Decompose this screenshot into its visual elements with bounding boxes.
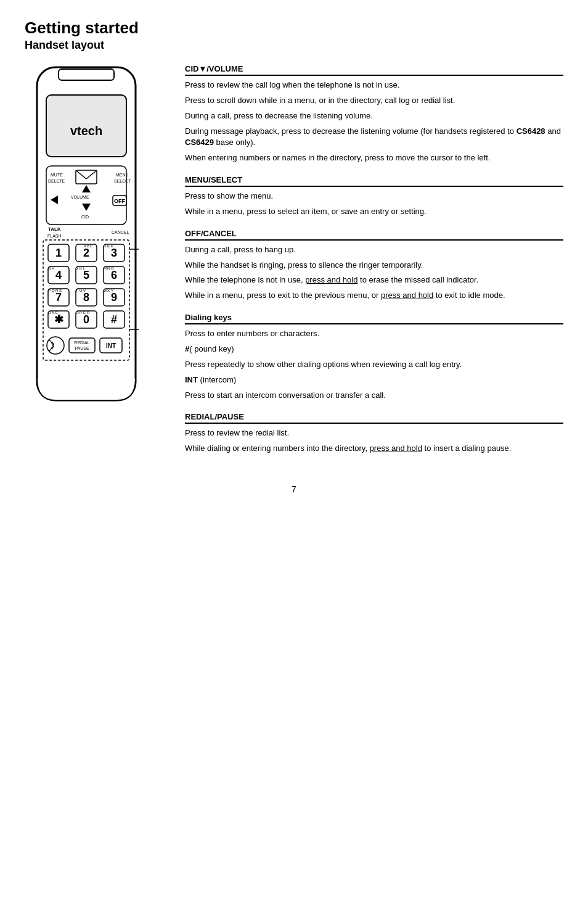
svg-text:4: 4 (55, 269, 62, 281)
svg-rect-1 (59, 69, 114, 80)
svg-text:S: S (59, 289, 62, 292)
svg-text:INT: INT (106, 342, 116, 349)
svg-text:8: 8 (83, 291, 89, 303)
svg-text:G: G (48, 266, 51, 270)
svg-text:MENU: MENU (116, 173, 129, 177)
svg-text:N: N (52, 311, 54, 315)
svg-text:E: E (83, 311, 86, 315)
svg-text:vtech: vtech (70, 124, 102, 138)
svg-text:X: X (107, 289, 110, 292)
svg-text:7: 7 (55, 291, 62, 303)
svg-text:U: U (80, 289, 82, 292)
section-title-menu-select: MENU/SELECT (185, 175, 563, 187)
svg-text:Y: Y (111, 289, 113, 292)
svg-text:TALK: TALK (48, 226, 61, 232)
svg-text:C: C (90, 244, 93, 248)
cid-p4: During message playback, press to decrea… (185, 126, 563, 149)
menu-p2: While in a menu, press to select an item… (185, 206, 563, 218)
svg-text:T: T (76, 289, 78, 292)
cid-p3: During a call, press to decrease the lis… (185, 110, 563, 122)
svg-text:CID: CID (81, 215, 89, 219)
cid-p1: Press to review the call log when the te… (185, 80, 563, 91)
svg-text:M: M (104, 266, 107, 270)
page-number: 7 (25, 484, 563, 494)
svg-text:CANCEL: CANCEL (112, 230, 129, 234)
svg-text:P: P (80, 311, 82, 315)
section-title-cid-volume: CID▼/VOLUME (185, 64, 563, 76)
svg-text:E: E (55, 311, 58, 315)
svg-text:FLASH: FLASH (47, 234, 62, 238)
page-subtitle: Handset layout (25, 39, 563, 52)
svg-text:D: D (104, 244, 107, 248)
svg-text:SELECT: SELECT (114, 179, 131, 183)
svg-text:REDIAL: REDIAL (74, 341, 89, 345)
section-title-dialing-keys: Dialing keys (185, 313, 563, 324)
svg-text:J: J (76, 266, 78, 270)
svg-text:9: 9 (111, 291, 117, 303)
svg-text:VOLUME: VOLUME (71, 195, 89, 199)
page-title: Getting started (25, 19, 563, 38)
dialing-int-label: INT (intercom) (185, 374, 563, 386)
svg-text:PAUSE: PAUSE (75, 346, 89, 350)
dialing-pound-label: #( pound key) (185, 344, 563, 355)
redial-p2: While dialing or entering numbers into t… (185, 443, 563, 455)
off-p2: While the handset is ringing, press to s… (185, 260, 563, 271)
svg-text:O: O (48, 311, 51, 315)
section-title-redial-pause: REDIAL/PAUSE (185, 412, 563, 424)
handset-svg: vtech MUTE DELETE MENU SELECT VOLUME (25, 64, 148, 410)
off-p1: During a call, press to hang up. (185, 244, 563, 256)
svg-text:0: 0 (83, 313, 89, 326)
svg-text:#: # (111, 313, 117, 326)
svg-text:O: O (111, 266, 114, 270)
svg-text:Q: Q (52, 289, 55, 292)
section-dialing-keys: Dialing keys Press to enter numbers or c… (185, 313, 563, 401)
svg-text:1: 1 (55, 247, 62, 259)
svg-text:H: H (52, 266, 54, 270)
dialing-p3: Press to start an intercom conversation … (185, 390, 563, 402)
cid-p2: Press to scroll down while in a menu, or… (185, 95, 563, 107)
svg-text:3: 3 (111, 247, 117, 259)
main-layout: vtech MUTE DELETE MENU SELECT VOLUME (25, 64, 563, 466)
svg-text:5: 5 (83, 269, 89, 281)
dialing-p1: Press to enter numbers or characters. (185, 328, 563, 340)
svg-text:E: E (107, 244, 110, 248)
svg-text:N: N (107, 266, 110, 270)
handset-diagram-col: vtech MUTE DELETE MENU SELECT VOLUME (25, 64, 173, 466)
svg-text:R: R (55, 289, 59, 292)
redial-p1: Press to review the redial list. (185, 427, 563, 439)
section-menu-select: MENU/SELECT Press to show the menu. Whil… (185, 175, 563, 218)
dialing-p2: Press repeatedly to show other dialing o… (185, 359, 563, 371)
menu-p1: Press to show the menu. (185, 191, 563, 202)
svg-text:P: P (48, 289, 51, 292)
svg-text:✱: ✱ (54, 313, 63, 326)
svg-text:B: B (87, 244, 89, 248)
svg-text:O: O (76, 311, 79, 315)
svg-text:A: A (84, 244, 86, 248)
svg-text:2: 2 (83, 247, 89, 259)
section-cid-volume: CID▼/VOLUME Press to review the call log… (185, 64, 563, 164)
section-off-cancel: OFF/CANCEL During a call, press to hang … (185, 229, 563, 302)
svg-text:DELETE: DELETE (48, 179, 65, 183)
cid-p5: When entering numbers or names in the di… (185, 152, 563, 164)
off-p4: While in a menu, press to exit to the pr… (185, 290, 563, 302)
svg-text:6: 6 (111, 269, 117, 281)
section-title-off-cancel: OFF/CANCEL (185, 229, 563, 241)
section-redial-pause: REDIAL/PAUSE Press to review the redial … (185, 412, 563, 455)
svg-text:V: V (83, 289, 86, 292)
svg-text:F: F (111, 244, 113, 248)
svg-text:K: K (80, 266, 82, 270)
off-p3: While the telephone is not in use, press… (185, 275, 563, 286)
svg-text:OFF: OFF (114, 198, 125, 204)
desc-col: CID▼/VOLUME Press to review the call log… (185, 64, 563, 466)
svg-text:MUTE: MUTE (51, 173, 63, 177)
svg-text:R: R (87, 311, 90, 315)
